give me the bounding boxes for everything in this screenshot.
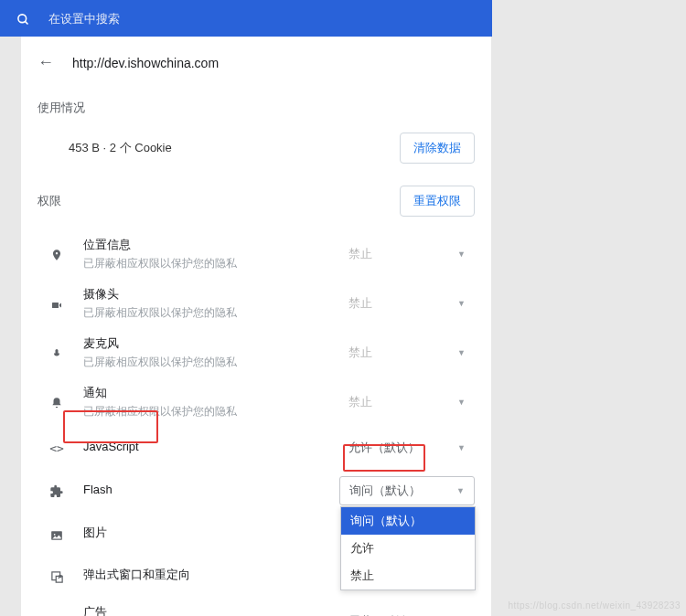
perm-desc: 已屏蔽相应权限以保护您的隐私 bbox=[83, 404, 339, 420]
camera-icon bbox=[47, 296, 67, 312]
perm-title: 通知 bbox=[83, 385, 339, 401]
perm-select-camera[interactable]: 禁止▼ bbox=[339, 290, 475, 317]
puzzle-icon bbox=[47, 483, 67, 499]
perm-title: 麦克风 bbox=[83, 335, 339, 352]
dropdown-option-block[interactable]: 禁止 bbox=[341, 562, 475, 589]
permissions-label: 权限 bbox=[38, 193, 61, 209]
chevron-down-icon: ▼ bbox=[456, 486, 465, 495]
usage-row: 453 B · 2 个 Cookie 清除数据 bbox=[38, 129, 475, 186]
perm-select-javascript[interactable]: 允许（默认）▼ bbox=[339, 434, 475, 462]
svg-point-0 bbox=[18, 15, 27, 23]
perm-desc: 已屏蔽相应权限以保护您的隐私 bbox=[83, 355, 339, 370]
perm-desc: 已屏蔽相应权限以保护您的隐私 bbox=[83, 305, 339, 321]
svg-line-1 bbox=[25, 21, 27, 24]
perm-title: 摄像头 bbox=[83, 286, 339, 303]
search-bar bbox=[0, 0, 492, 37]
dropdown-option-ask[interactable]: 询问（默认） bbox=[341, 507, 475, 535]
settings-panel: ← http://dev.ishowchina.com 使用情况 453 B ·… bbox=[21, 37, 491, 616]
location-icon bbox=[47, 245, 67, 262]
reset-permissions-button[interactable]: 重置权限 bbox=[400, 186, 475, 217]
popup-icon bbox=[47, 568, 67, 584]
flash-dropdown: 询问（默认） 允许 禁止 bbox=[340, 506, 476, 590]
perm-row-camera: 摄像头已屏蔽相应权限以保护您的隐私 禁止▼ bbox=[38, 279, 475, 328]
perm-select-ads[interactable]: 屏蔽（默认）▼ bbox=[339, 608, 475, 616]
perm-row-location: 位置信息已屏蔽相应权限以保护您的隐私 禁止▼ bbox=[38, 229, 475, 279]
permissions-header: 权限 重置权限 bbox=[38, 186, 475, 217]
search-input[interactable] bbox=[48, 12, 476, 26]
usage-label: 使用情况 bbox=[38, 100, 475, 116]
back-arrow-icon[interactable]: ← bbox=[38, 53, 54, 72]
chevron-down-icon: ▼ bbox=[457, 398, 466, 407]
perm-title: 位置信息 bbox=[83, 237, 339, 253]
perm-desc: 已屏蔽相应权限以保护您的隐私 bbox=[83, 256, 339, 271]
perm-title: Flash bbox=[83, 483, 339, 496]
svg-rect-2 bbox=[52, 303, 59, 308]
dropdown-option-allow[interactable]: 允许 bbox=[341, 535, 475, 562]
search-icon bbox=[16, 10, 30, 27]
chevron-down-icon: ▼ bbox=[457, 250, 466, 259]
perm-row-ads: 广告屏蔽会展示侵扰性或误导性广告的网站 屏蔽（默认）▼ bbox=[38, 597, 475, 616]
perm-select-mic[interactable]: 禁止▼ bbox=[339, 339, 475, 366]
perm-select-notifications[interactable]: 禁止▼ bbox=[339, 388, 475, 416]
bell-icon bbox=[47, 394, 67, 410]
svg-point-5 bbox=[54, 533, 56, 535]
chevron-down-icon: ▼ bbox=[457, 299, 466, 308]
mic-icon bbox=[47, 345, 67, 361]
perm-title: 弹出式窗口和重定向 bbox=[83, 567, 339, 583]
perm-row-javascript: <> JavaScript 允许（默认）▼ bbox=[38, 427, 475, 469]
perm-select-location[interactable]: 禁止▼ bbox=[339, 240, 475, 268]
perm-select-flash[interactable]: 询问（默认）▼ 询问（默认） 允许 禁止 bbox=[339, 476, 475, 505]
perm-title: 广告 bbox=[83, 604, 339, 616]
image-icon bbox=[47, 526, 67, 541]
site-url: http://dev.ishowchina.com bbox=[72, 56, 219, 70]
watermark: https://blog.csdn.net/weixin_43928233 bbox=[508, 600, 681, 611]
chevron-down-icon: ▼ bbox=[457, 443, 466, 452]
perm-title: JavaScript bbox=[83, 440, 339, 453]
clear-data-button[interactable]: 清除数据 bbox=[400, 133, 475, 164]
code-icon: <> bbox=[47, 441, 67, 455]
perm-row-notifications: 通知已屏蔽相应权限以保护您的隐私 禁止▼ bbox=[38, 377, 475, 427]
header: ← http://dev.ishowchina.com bbox=[38, 37, 475, 94]
perm-row-mic: 麦克风已屏蔽相应权限以保护您的隐私 禁止▼ bbox=[38, 328, 475, 377]
chevron-down-icon: ▼ bbox=[457, 348, 466, 357]
perm-title: 图片 bbox=[83, 525, 339, 541]
usage-text: 453 B · 2 个 Cookie bbox=[69, 140, 172, 156]
perm-row-flash: Flash 询问（默认）▼ 询问（默认） 允许 禁止 bbox=[38, 469, 475, 513]
